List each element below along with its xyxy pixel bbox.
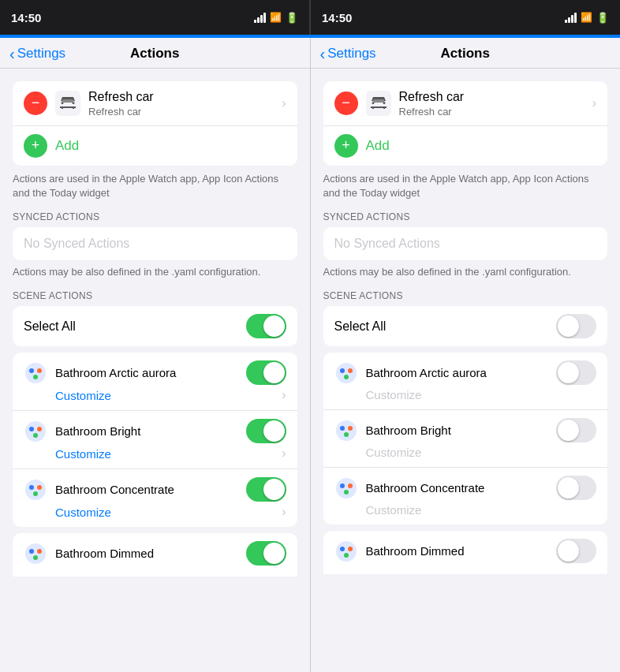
svg-point-21 [344,375,349,379]
status-icons-left: 📶 🔋 [254,12,298,24]
left-back-button[interactable]: ‹ Settings [9,46,65,62]
right-refresh-chevron-icon: › [592,96,596,110]
svg-point-28 [348,483,353,488]
svg-point-3 [37,368,42,373]
right-add-item[interactable]: + Add [323,125,608,166]
right-bright-toggle[interactable] [556,418,596,442]
svg-point-20 [348,368,353,373]
status-bar-right: 14:50 📶 🔋 [311,0,620,35]
right-arctic-name: Bathroom Arctic aurora [366,366,557,379]
right-scene-header: SCENE ACTIONS [323,290,608,301]
left-select-all-row[interactable]: Select All [13,306,297,346]
right-back-label: Settings [327,46,375,62]
right-concentrate-thumb [558,477,579,498]
left-add-item[interactable]: + Add [13,125,297,166]
right-refresh-car-text: Refresh car Refresh car [399,89,592,118]
wifi-icon-right: 📶 [581,12,592,23]
svg-point-10 [29,485,34,490]
left-bright-customize[interactable]: Customize [55,447,282,461]
left-dimmed-top[interactable]: Bathroom Dimmed [24,541,286,566]
left-scene-header: SCENE ACTIONS [13,290,297,301]
right-select-all-toggle[interactable] [556,314,596,338]
left-bright-top[interactable]: Bathroom Bright [24,419,286,443]
svg-point-15 [37,549,42,554]
left-dimmed-toggle[interactable] [246,541,286,566]
left-bright-toggle[interactable] [246,419,286,443]
svg-point-4 [33,375,38,379]
right-scenes-group: Bathroom Arctic aurora Customize [323,353,608,525]
status-bar: 14:50 📶 🔋 14:50 📶 🔋 [0,0,620,35]
right-select-all-thumb [558,315,579,337]
left-concentrate-thumb [263,479,285,500]
left-nav-bar: ‹ Settings Actions [0,38,310,69]
right-bright-thumb [558,420,579,441]
left-arctic-top[interactable]: Bathroom Arctic aurora [24,360,286,385]
left-yaml-text: Actions may be also defined in the .yaml… [13,265,297,279]
right-dimmed-top[interactable]: Bathroom Dimmed [334,539,597,563]
left-actions-card: − Refresh car Refresh car › + Add [13,81,297,166]
left-dimmed-palette-icon [24,542,47,566]
left-synced-placeholder: No Synced Actions [13,227,297,260]
left-title: Actions [130,46,179,62]
left-bright-bottom[interactable]: Customize › [24,446,286,461]
right-arctic-palette-icon [334,361,358,385]
svg-point-30 [336,541,357,562]
left-arctic-toggle[interactable] [246,360,286,385]
left-scene-arctic: Bathroom Arctic aurora Customize › [13,353,297,410]
right-dimmed-toggle[interactable] [556,539,596,563]
left-remove-icon[interactable]: − [24,91,47,115]
svg-point-2 [29,368,34,373]
right-dimmed-name: Bathroom Dimmed [366,544,557,558]
right-bright-bottom: Customize [334,446,597,459]
svg-point-32 [348,547,353,551]
right-select-all-label: Select All [334,319,557,334]
left-scroll[interactable]: − Refresh car Refresh car › + Add [0,69,310,672]
right-arctic-toggle[interactable] [556,360,596,385]
left-concentrate-customize[interactable]: Customize [55,506,282,519]
left-arctic-name: Bathroom Arctic aurora [55,366,246,379]
right-description: Actions are used in the Apple Watch app,… [323,172,608,200]
right-remove-icon[interactable]: − [334,91,358,115]
right-concentrate-customize: Customize [366,503,597,517]
right-screen: ‹ Settings Actions − Refresh car Refres [310,38,621,672]
svg-point-1 [25,363,46,383]
left-refresh-car-item[interactable]: − Refresh car Refresh car › [13,81,297,125]
left-select-all-toggle[interactable] [246,314,286,338]
svg-point-6 [29,427,34,431]
signal-icon-right [565,13,577,23]
right-bright-top[interactable]: Bathroom Bright [334,418,597,442]
left-concentrate-top[interactable]: Bathroom Concentrate [24,477,286,502]
right-no-synced-text: No Synced Actions [334,237,440,250]
right-add-icon[interactable]: + [334,134,358,158]
right-concentrate-toggle[interactable] [556,476,596,500]
right-arctic-top[interactable]: Bathroom Arctic aurora [334,360,597,385]
signal-icon-left [254,13,266,23]
right-actions-card: − Refresh car Refresh car › + Add [323,81,608,166]
right-concentrate-bottom: Customize [334,503,597,517]
left-concentrate-palette-icon [24,478,47,502]
svg-point-8 [33,433,38,438]
left-concentrate-toggle[interactable] [246,477,286,502]
right-refresh-car-item[interactable]: − Refresh car Refresh car › [323,81,608,125]
left-concentrate-bottom[interactable]: Customize › [24,505,286,519]
right-back-button[interactable]: ‹ Settings [320,46,376,62]
right-add-label: Add [366,138,390,154]
svg-point-24 [348,426,353,431]
right-refresh-car-subtitle: Refresh car [399,106,592,118]
svg-rect-0 [55,91,80,116]
right-bright-palette-icon [334,419,358,442]
right-select-all-row[interactable]: Select All [323,306,608,346]
left-scene-dimmed: Bathroom Dimmed [13,533,297,577]
left-refresh-car-text: Refresh car Refresh car [88,89,282,118]
left-add-icon[interactable]: + [24,134,47,158]
left-scene-bright: Bathroom Bright Customize › [13,410,297,469]
right-concentrate-top[interactable]: Bathroom Concentrate [334,476,597,500]
right-scroll[interactable]: − Refresh car Refresh car › + Add [311,69,621,672]
left-arctic-customize[interactable]: Customize [55,389,282,402]
left-arctic-bottom[interactable]: Customize › [24,388,286,402]
right-yaml-text: Actions may be also defined in the .yaml… [323,265,608,279]
right-bright-name: Bathroom Bright [366,424,557,437]
svg-point-26 [336,478,357,498]
wifi-icon-left: 📶 [270,12,282,23]
left-refresh-chevron-icon: › [282,96,286,110]
